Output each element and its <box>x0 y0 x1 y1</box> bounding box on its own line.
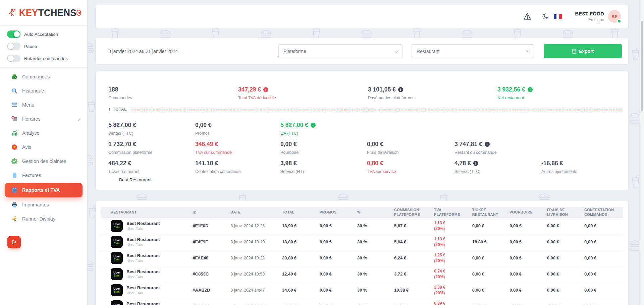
info-icon[interactable]: i <box>528 87 533 92</box>
metric-label: Service (HT) <box>280 169 304 174</box>
sidebar-item-analyse[interactable]: Analyse <box>0 126 87 140</box>
table-row[interactable]: Uber Eats Best Restaurant Uber Eats #FAE… <box>101 250 623 266</box>
sidebar-item-rapports-et-tva[interactable]: Rapports et TVA <box>5 183 83 197</box>
printer-icon <box>11 201 18 208</box>
info-icon[interactable]: i <box>311 123 316 128</box>
sidebar-item-historique[interactable]: Historique <box>0 84 87 98</box>
platform-select[interactable]: Plateforme <box>278 44 402 58</box>
metric-label: Ticket restaurant <box>108 169 140 174</box>
spreadsheet-icon <box>572 49 576 54</box>
order-total: 20,80 € <box>282 255 320 260</box>
alert-icon[interactable] <box>522 11 532 21</box>
order-contestation: 0,00 € <box>584 239 623 244</box>
order-ticket-restaurant: 0,00 € <box>472 288 505 293</box>
order-total: 14,90 € <box>282 304 320 305</box>
order-frais-livraison: 0,00 € <box>547 288 580 293</box>
sidebar-collapse-button[interactable] <box>76 10 81 16</box>
table-row[interactable]: Uber Eats Best Restaurant Uber Eats #C85… <box>101 266 623 282</box>
order-contestation: 0,00 € <box>584 288 623 293</box>
sidebar-item-horaires[interactable]: Horaires › <box>0 112 87 126</box>
metric-value: -16,66 € <box>541 160 577 167</box>
sidebar-item-label: Avis <box>22 144 31 150</box>
order-tva-plateforme: 0,89 € (20%) <box>434 301 468 305</box>
metric-value: 141,10 € <box>195 160 241 167</box>
order-promos: 0,00 € <box>320 239 357 244</box>
sidebar-item-avis[interactable]: Avis <box>0 140 87 154</box>
tva-rate: (20%) <box>434 242 468 247</box>
stat-value: 347,29 €i <box>238 86 276 93</box>
summary-card: 188 Commandes 347,29 €i Total TVA déduct… <box>96 71 628 190</box>
platform-select-value: Plateforme <box>283 49 306 54</box>
list-icon <box>11 102 18 108</box>
restaurant-tab[interactable]: Best Restaurant <box>119 177 152 182</box>
sidebar-item-runner-display[interactable]: Runner Display <box>0 212 87 226</box>
info-icon[interactable]: i <box>473 161 478 166</box>
order-id: #FAE48 <box>193 255 230 260</box>
uber-eats-logo-icon: Uber Eats <box>111 236 123 248</box>
date-range-picker[interactable]: 8 janvier 2024 au 21 janvier 2024 <box>108 38 178 64</box>
table-row[interactable]: Uber Eats Best Restaurant Uber Eats #2E6… <box>101 298 623 305</box>
pause-toggle[interactable] <box>7 43 20 50</box>
order-percent: 30 % <box>357 288 394 293</box>
table-row[interactable]: Uber Eats Best Restaurant Uber Eats #AAB… <box>101 282 623 298</box>
check-badge-icon <box>11 158 18 165</box>
chart-icon <box>11 130 18 136</box>
order-percent: 30 % <box>357 239 394 244</box>
sidebar-item-commandes[interactable]: Commandes <box>0 70 87 84</box>
info-icon[interactable]: i <box>263 87 268 92</box>
stat-net-restaurant: 3 932,56 €i Net restaurant <box>497 86 533 100</box>
metric-label: Commission plateforme <box>108 150 152 155</box>
table-row[interactable]: Uber Eats Best Restaurant Uber Eats #F4F… <box>101 234 623 250</box>
export-button[interactable]: Export <box>544 44 622 58</box>
order-commission: 5,64 € <box>394 239 430 244</box>
column-header-total: TOTAL <box>282 210 320 215</box>
metric-label: Promos <box>195 131 212 136</box>
order-frais-livraison: 0,00 € <box>547 223 580 228</box>
metric-service-ht: 3,98 € Service (HT) <box>280 160 304 174</box>
moon-icon[interactable] <box>540 11 550 21</box>
table-row[interactable]: Uber Eats Best Restaurant Uber Eats #F1F… <box>101 218 623 234</box>
info-icon[interactable]: i <box>485 142 490 147</box>
sidebar-item-label: Runner Display <box>22 216 55 222</box>
metric-label: CA (TTC) <box>280 131 316 136</box>
tva-rate: (20%) <box>434 258 468 263</box>
flag-fr-icon[interactable] <box>554 14 562 19</box>
metric-contestation-commande: 141,10 € Contestation commande <box>195 160 241 174</box>
order-percent: 30 % <box>357 255 394 260</box>
page-scrollbar[interactable] <box>639 0 644 305</box>
avatar[interactable]: BF <box>608 10 621 23</box>
metric-tva-sur-service: 0,80 € TVA sur service <box>367 160 396 174</box>
star-badge-icon <box>11 144 18 150</box>
info-icon[interactable]: i <box>398 87 403 92</box>
sidebar-item-factures[interactable]: Factures <box>0 168 87 182</box>
scrollbar-thumb[interactable] <box>641 21 643 111</box>
account-status: En Ligne <box>575 17 604 22</box>
retarder-commandes-toggle[interactable] <box>7 55 20 62</box>
restaurant-names: Best Restaurant Uber Eats <box>126 253 160 263</box>
order-ticket-restaurant: 0,00 € <box>472 223 505 228</box>
sidebar-item-imprimantes[interactable]: Imprimantes <box>0 198 87 212</box>
column-header-contestation-commande: CONTESTATION COMMANDE <box>584 208 623 217</box>
stat-value: 3 101,05 €i <box>368 86 414 93</box>
sidebar-item-gestion-des-plaintes[interactable]: Gestion des plaintes <box>0 154 87 168</box>
sidebar-item-label: Horaires <box>22 116 41 122</box>
avatar-initials: BF <box>611 14 617 19</box>
order-frais-livraison: 0,00 € <box>547 271 580 277</box>
account-name: BEST FOOD <box>575 11 604 16</box>
order-id: #F1F0D <box>193 223 230 228</box>
auto-acceptation-toggle[interactable] <box>7 30 20 38</box>
tva-rate: (20%) <box>434 274 468 280</box>
export-button-label: Export <box>579 49 594 54</box>
metric-tva-sur-commande: 346,49 € TVA sur commande <box>195 141 232 155</box>
platform-name: Uber Eats <box>126 243 160 247</box>
column-header-tva-plateforme: TVA PLATEFORME <box>434 208 468 217</box>
platform-name: Uber Eats <box>126 291 160 295</box>
metric-value: 5 827,00 € <box>108 122 136 129</box>
logout-button[interactable] <box>7 236 21 248</box>
sidebar-item-menu[interactable]: Menu <box>0 98 87 112</box>
column-header-commission-plateforme: COMMISSION PLATEFORME <box>394 208 430 217</box>
order-frais-livraison: 0,00 € <box>547 255 580 260</box>
metric-label: Restant dû commande <box>454 150 497 155</box>
restaurant-name: Best Restaurant <box>126 221 160 226</box>
restaurant-select[interactable]: Restaurant <box>412 44 534 58</box>
